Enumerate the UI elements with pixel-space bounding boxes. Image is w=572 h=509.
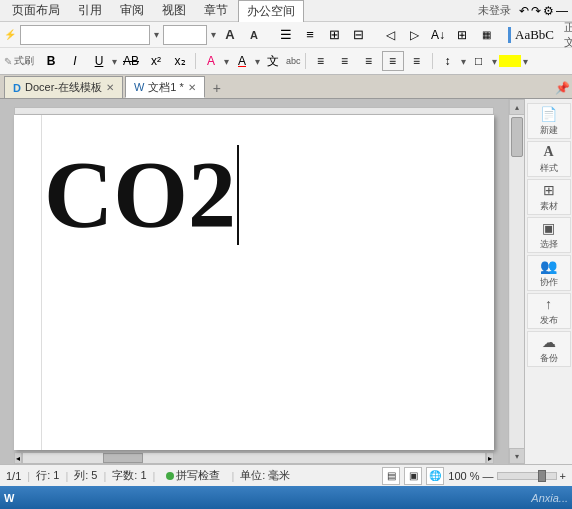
align-center-btn[interactable]: ≡ (334, 51, 356, 71)
superscript-button[interactable]: x² (145, 51, 167, 71)
shading2-btn[interactable] (499, 55, 521, 67)
bold-button[interactable]: B (40, 51, 62, 71)
chars-info: 字数: 1 (112, 468, 146, 483)
zoom-slider[interactable] (497, 472, 557, 480)
list-btn-3[interactable]: ⊞ (324, 25, 344, 45)
scroll-thumb[interactable] (511, 117, 523, 157)
tab-doc1[interactable]: W 文档1 * ✕ (125, 76, 205, 98)
new-icon: 📄 (540, 106, 557, 122)
zoom-thumb[interactable] (538, 470, 546, 482)
horizontal-ruler (14, 107, 494, 115)
menu-review[interactable]: 审阅 (112, 0, 152, 21)
zoom-plus-btn[interactable]: + (560, 470, 566, 482)
list-btn-4[interactable]: ⊟ (348, 25, 368, 45)
spell-check-btn[interactable]: 拼写检查 (161, 466, 225, 485)
font-color-dropdown[interactable]: ▾ (255, 56, 260, 67)
sidebar-publish-label: 发布 (540, 314, 558, 327)
shading2-dropdown[interactable]: ▾ (523, 56, 528, 67)
shrink-font-button[interactable]: A (244, 25, 264, 45)
font-size-input[interactable]: 72 (163, 25, 207, 45)
horizontal-scrollbar-area: ◂ ▸ (14, 452, 494, 464)
tab-doc1-close[interactable]: ✕ (188, 82, 196, 93)
align-left-btn[interactable]: ≡ (310, 51, 332, 71)
taskbar-watermark: Anxia... (531, 492, 568, 504)
strikethrough-button[interactable]: AB (119, 51, 143, 71)
highlight-dropdown[interactable]: ▾ (224, 56, 229, 67)
underline-button[interactable]: U (88, 51, 110, 71)
sidebar-new-btn[interactable]: 📄 新建 (527, 103, 571, 139)
redo-icon[interactable]: ↷ (531, 4, 541, 18)
unit-info: 单位: 毫米 (240, 468, 290, 483)
indent-decrease-btn[interactable]: ◁ (380, 25, 400, 45)
scroll-right-btn[interactable]: ▸ (486, 452, 494, 464)
doc-icon: W (134, 81, 144, 93)
border-btn[interactable]: □ (468, 51, 490, 71)
doc-page[interactable]: CO2 (14, 115, 494, 450)
highlight-btn[interactable]: A (200, 51, 222, 71)
sidebar-select-btn[interactable]: ▣ 选择 (527, 217, 571, 253)
minimize-icon[interactable]: — (556, 4, 568, 18)
shading-btn[interactable]: ▦ (476, 25, 496, 45)
line-spacing-btn[interactable]: ↕ (437, 51, 459, 71)
scroll-up-btn[interactable]: ▴ (509, 99, 525, 115)
line-spacing-dropdown[interactable]: ▾ (461, 56, 466, 67)
sidebar-backup-btn[interactable]: ☁ 备份 (527, 331, 571, 367)
scroll-track (510, 115, 524, 448)
main-area: CO2 ◂ ▸ ▴ ▾ 📄 新建 A 样式 ⊞ (0, 99, 572, 464)
char-spacing-btn[interactable]: 文 (262, 51, 284, 71)
view-normal-btn[interactable]: ▤ (382, 467, 400, 485)
sidebar-style-label: 样式 (540, 162, 558, 175)
sep5: | (231, 470, 234, 482)
font-color-btn[interactable]: A (231, 51, 253, 71)
subscript-button[interactable]: x₂ (169, 51, 191, 71)
border-dropdown[interactable]: ▾ (492, 56, 497, 67)
tab-docer-close[interactable]: ✕ (106, 82, 114, 93)
sidebar-publish-btn[interactable]: ↑ 发布 (527, 293, 571, 329)
sidebar-new-label: 新建 (540, 124, 558, 137)
ribbon: ⚡ Times New Roma ▾ 72 ▾ A A ☰ ≡ ⊞ ⊟ ◁ ▷ … (0, 22, 572, 75)
list-btn-1[interactable]: ☰ (276, 25, 296, 45)
font-name-input[interactable]: Times New Roma (20, 25, 150, 45)
font-name-dropdown-icon[interactable]: ▾ (154, 29, 159, 40)
view-web-btn[interactable]: 🌐 (426, 467, 444, 485)
menu-view[interactable]: 视图 (154, 0, 194, 21)
menu-reference[interactable]: 引用 (70, 0, 110, 21)
quick-style-btn[interactable]: ⚡ (4, 29, 16, 40)
horizontal-scrollbar-thumb[interactable] (103, 453, 143, 463)
grow-font-button[interactable]: A (220, 25, 240, 45)
view-full-btn[interactable]: ▣ (404, 467, 422, 485)
document-text: CO2 (44, 147, 236, 243)
table-btn[interactable]: ⊞ (452, 25, 472, 45)
tab-bar: D Docer-在线模板 ✕ W 文档1 * ✕ + 📌 (0, 75, 572, 99)
align-justify-btn[interactable]: ≡ (382, 51, 404, 71)
menu-chapter[interactable]: 章节 (196, 0, 236, 21)
sep1: | (27, 470, 30, 482)
sidebar-material-btn[interactable]: ⊞ 素材 (527, 179, 571, 215)
sep4: | (153, 470, 156, 482)
tab-docer[interactable]: D Docer-在线模板 ✕ (4, 76, 123, 98)
status-bar: 1/1 | 行: 1 | 列: 5 | 字数: 1 | 拼写检查 | 单位: 毫… (0, 464, 572, 486)
settings-icon[interactable]: ⚙ (543, 4, 554, 18)
underline-dropdown[interactable]: ▾ (112, 56, 117, 67)
list-btn-2[interactable]: ≡ (300, 25, 320, 45)
distributed-btn[interactable]: ≡ (406, 51, 428, 71)
zoom-minus-btn[interactable]: — (483, 470, 494, 482)
sort-btn[interactable]: A↓ (428, 25, 448, 45)
menu-bar: 页面布局 引用 审阅 视图 章节 办公空间 未登录 ↶ ↷ ⚙ — (0, 0, 572, 22)
align-right-btn[interactable]: ≡ (358, 51, 380, 71)
menu-office-space[interactable]: 办公空间 (238, 0, 304, 22)
add-tab-button[interactable]: + (207, 78, 227, 98)
select-icon: ▣ (542, 220, 555, 236)
font-size-dropdown-icon[interactable]: ▾ (211, 29, 216, 40)
login-status[interactable]: 未登录 (478, 3, 511, 18)
undo-icon[interactable]: ↶ (519, 4, 529, 18)
scroll-down-btn[interactable]: ▾ (509, 448, 525, 464)
sidebar-style-btn[interactable]: A 样式 (527, 141, 571, 177)
italic-button[interactable]: I (64, 51, 86, 71)
scroll-left-btn[interactable]: ◂ (14, 452, 22, 464)
menu-page-layout[interactable]: 页面布局 (4, 0, 68, 21)
text-content-area[interactable]: CO2 (44, 145, 464, 245)
indent-increase-btn[interactable]: ▷ (404, 25, 424, 45)
spell-label: 拼写检查 (176, 468, 220, 483)
sidebar-collab-btn[interactable]: 👥 协作 (527, 255, 571, 291)
